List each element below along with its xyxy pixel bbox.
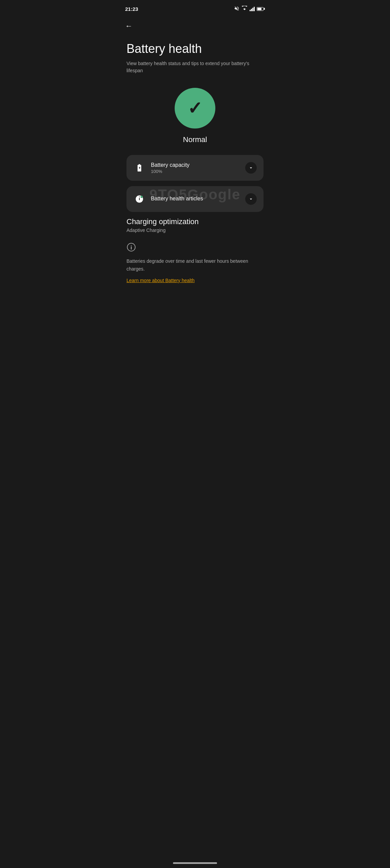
battery-status-section: ✓ Normal (126, 88, 264, 144)
battery-articles-text: Battery health articles (151, 196, 245, 202)
info-text: Batteries degrade over time and last few… (126, 257, 264, 273)
page-title: Battery health (126, 41, 264, 56)
battery-articles-chevron (245, 193, 257, 205)
learn-more-link[interactable]: Learn more about Battery health (126, 278, 195, 283)
battery-capacity-chevron (245, 162, 257, 174)
back-arrow-icon: ← (125, 22, 133, 30)
page-subtitle: View battery health status and tips to e… (126, 60, 264, 74)
status-icons-group (234, 6, 265, 12)
info-section: Batteries degrade over time and last few… (126, 242, 264, 283)
signal-icon (250, 6, 255, 11)
battery-capacity-title: Battery capacity (151, 162, 245, 168)
charging-optimization-value: Adaptive Charging (126, 228, 264, 233)
back-button[interactable]: ← (117, 16, 273, 33)
charging-optimization-title: Charging optimization (126, 217, 264, 226)
status-circle: ✓ (175, 88, 215, 129)
battery-capacity-value: 100% (151, 169, 245, 174)
info-icon (126, 242, 264, 253)
status-bar: 21:23 (117, 0, 273, 16)
battery-articles-icon: + (133, 193, 145, 205)
mute-icon (234, 6, 239, 12)
main-content: Battery health View battery health statu… (117, 33, 273, 297)
battery-capacity-icon (133, 162, 145, 174)
battery-articles-card[interactable]: + Battery health articles (126, 186, 264, 212)
checkmark-icon: ✓ (188, 99, 202, 117)
status-label: Normal (183, 135, 207, 144)
battery-articles-title: Battery health articles (151, 196, 245, 202)
battery-capacity-card[interactable]: Battery capacity 100% (126, 155, 264, 181)
battery-icon (257, 7, 265, 11)
battery-capacity-text: Battery capacity 100% (151, 162, 245, 174)
status-time: 21:23 (125, 6, 138, 12)
wifi-icon (241, 6, 248, 12)
charging-optimization-section: Charging optimization Adaptive Charging (126, 217, 264, 233)
